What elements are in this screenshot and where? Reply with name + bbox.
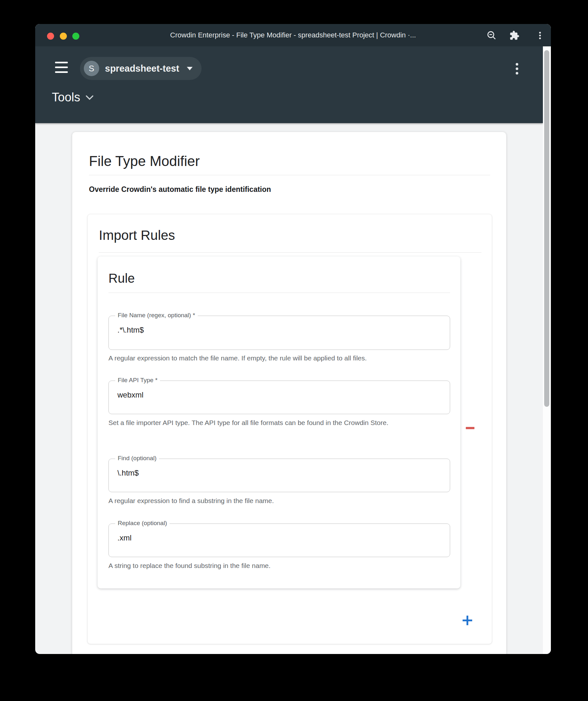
rule-card: Rule File Name (regex, optional) * .*\.h… xyxy=(97,256,460,589)
caret-down-icon xyxy=(187,67,193,70)
replace-field: Replace (optional) .xml xyxy=(109,523,450,557)
find-helper: A regular expression to find a substring… xyxy=(109,494,274,507)
extensions-puzzle-icon[interactable] xyxy=(508,29,521,42)
divider xyxy=(99,252,481,253)
browser-titlebar: Crowdin Enterprise - File Type Modifier … xyxy=(35,24,551,46)
plus-icon xyxy=(462,615,473,626)
app-header: S spreadsheet-test Tools xyxy=(35,46,543,123)
browser-tab-title: Crowdin Enterprise - File Type Modifier … xyxy=(35,24,551,46)
project-avatar: S xyxy=(84,61,99,76)
file-name-input[interactable]: .*\.htm$ xyxy=(109,316,450,349)
add-rule-button[interactable] xyxy=(460,613,475,628)
page-subtitle: Override Crowdin's automatic file type i… xyxy=(89,185,271,194)
file-api-type-helper: Set a file importer API type. The API ty… xyxy=(109,416,388,429)
remove-rule-button[interactable] xyxy=(463,421,477,435)
scrollbar-thumb[interactable] xyxy=(544,50,549,407)
replace-helper: A string to replace the found substring … xyxy=(109,559,271,572)
find-field: Find (optional) \.htm$ xyxy=(109,459,450,492)
file-name-helper: A regular expression to match the file n… xyxy=(109,352,367,365)
chevron-down-icon xyxy=(85,95,94,100)
page-scrollbar[interactable] xyxy=(543,46,551,654)
divider xyxy=(109,293,450,293)
file-api-type-field: File API Type * webxml xyxy=(109,381,450,414)
divider xyxy=(89,175,490,175)
import-rules-title: Import Rules xyxy=(99,228,175,243)
import-rules-card: Import Rules Rule File Name (regex, opti… xyxy=(87,214,492,644)
hamburger-menu-icon[interactable] xyxy=(55,62,68,73)
project-switcher[interactable]: S spreadsheet-test xyxy=(80,57,202,80)
header-kebab-icon[interactable] xyxy=(511,59,523,78)
tools-menu-label: Tools xyxy=(52,90,80,104)
minus-icon xyxy=(466,427,474,429)
find-input[interactable]: \.htm$ xyxy=(109,459,450,492)
page-title: File Type Modifier xyxy=(89,153,200,169)
rule-title: Rule xyxy=(109,271,135,286)
file-name-field: File Name (regex, optional) * .*\.htm$ xyxy=(109,316,450,350)
browser-menu-kebab-icon[interactable] xyxy=(534,29,546,42)
zoom-search-icon[interactable] xyxy=(485,29,498,42)
tools-menu[interactable]: Tools xyxy=(52,90,94,104)
file-api-type-input[interactable]: webxml xyxy=(109,381,450,414)
project-name: spreadsheet-test xyxy=(105,63,179,74)
replace-input[interactable]: .xml xyxy=(109,524,450,557)
browser-window: Crowdin Enterprise - File Type Modifier … xyxy=(35,24,551,654)
file-type-modifier-card: File Type Modifier Override Crowdin's au… xyxy=(72,132,507,654)
